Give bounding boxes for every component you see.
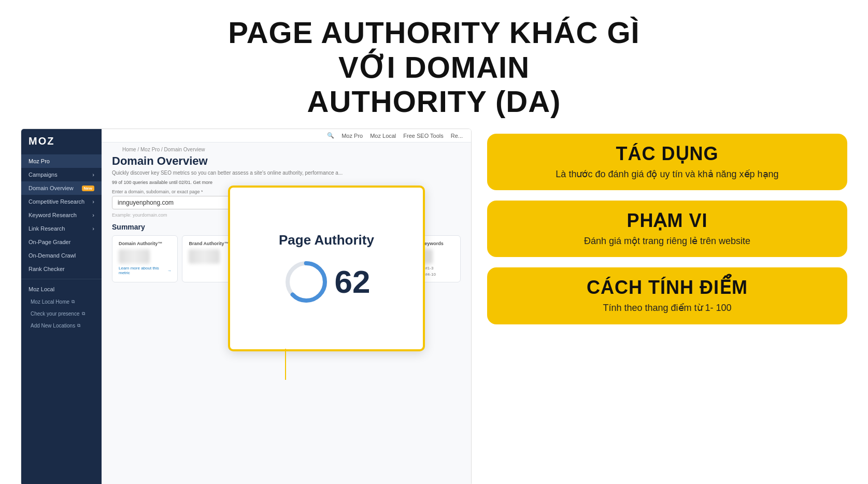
pa-circle-container: 62 bbox=[283, 259, 371, 305]
sidebar-item-mozpro[interactable]: Moz Pro bbox=[21, 154, 102, 168]
card-brand-authority-value bbox=[189, 249, 220, 264]
page-title: PAGE AUTHORITY KHÁC GÌ VỚI DOMAIN AUTHOR… bbox=[201, 16, 667, 119]
pa-overlay-title: Page Authority bbox=[279, 232, 374, 248]
info-card-pham-vi: PHẠM VI Đánh giá một trang riêng lẻ trên… bbox=[487, 201, 847, 257]
moz-logo: MOZ bbox=[21, 135, 102, 154]
info-card-tac-dung-text: Là thước đo đánh giá độ uy tín và khả nă… bbox=[502, 168, 833, 181]
info-card-cach-tinh-diem-text: Tính theo thang điểm từ 1- 100 bbox=[502, 302, 833, 315]
moz-topbar: 🔍 Moz Pro Moz Local Free SEO Tools Re... bbox=[102, 129, 471, 143]
sidebar-sub-moz-local-home[interactable]: Moz Local Home ⧉ bbox=[21, 296, 102, 308]
sidebar-item-campaigns[interactable]: Campaigns › bbox=[21, 168, 102, 181]
sidebar-item-rank-checker[interactable]: Rank Checker bbox=[21, 262, 102, 276]
info-card-tac-dung: TÁC DỤNG Là thước đo đánh giá độ uy tín … bbox=[487, 134, 847, 190]
info-card-tac-dung-title: TÁC DỤNG bbox=[502, 143, 833, 165]
moz-query-info: 99 of 100 queries available until 02/01.… bbox=[112, 180, 461, 185]
info-cards: TÁC DỤNG Là thước đo đánh giá độ uy tín … bbox=[487, 134, 847, 324]
breadcrumb: Home / Moz Pro / Domain Overview bbox=[112, 143, 461, 154]
sidebar-item-ondemand-crawl[interactable]: On-Demand Crawl bbox=[21, 249, 102, 262]
sidebar-item-competitive-research[interactable]: Competitive Research › bbox=[21, 195, 102, 208]
sidebar-sub-add-locations[interactable]: Add New Locations ⧉ bbox=[21, 320, 102, 332]
sidebar-item-keyword-research[interactable]: Keyword Research › bbox=[21, 208, 102, 222]
moz-page-subtitle: Quickly discover key SEO metrics so you … bbox=[112, 170, 461, 176]
card-domain-authority: Domain Authority™ Learn more about this … bbox=[112, 235, 178, 282]
moz-screenshot: C MOZ Moz Pro Campaigns › Domain Overvie… bbox=[21, 129, 472, 484]
info-card-pham-vi-text: Đánh giá một trang riêng lẻ trên website bbox=[502, 235, 833, 248]
card-domain-authority-value bbox=[119, 249, 150, 264]
sidebar-item-moz-local[interactable]: Moz Local bbox=[21, 282, 102, 296]
info-card-cach-tinh-diem-title: CÁCH TÍNH ĐIỂM bbox=[502, 277, 833, 298]
topbar-more[interactable]: Re... bbox=[451, 133, 463, 139]
content-area: C MOZ Moz Pro Campaigns › Domain Overvie… bbox=[0, 129, 868, 484]
pa-value: 62 bbox=[335, 263, 371, 300]
moz-domain-overview-title: Domain Overview bbox=[112, 154, 461, 168]
topbar-mozpro[interactable]: Moz Pro bbox=[341, 133, 363, 139]
sidebar-item-link-research[interactable]: Link Research › bbox=[21, 222, 102, 235]
search-icon[interactable]: 🔍 bbox=[327, 132, 334, 139]
moz-sidebar: MOZ Moz Pro Campaigns › Domain Overview … bbox=[21, 129, 102, 484]
card-domain-authority-title: Domain Authority™ bbox=[119, 241, 171, 246]
pa-overlay-card: Page Authority 62 bbox=[228, 186, 425, 351]
sidebar-item-onpage-grader[interactable]: On-Page Grader bbox=[21, 235, 102, 249]
pa-donut-chart bbox=[283, 259, 330, 305]
info-card-pham-vi-title: PHẠM VI bbox=[502, 210, 833, 232]
sidebar-sub-check-presence[interactable]: Check your presence ⧉ bbox=[21, 308, 102, 320]
card-domain-authority-link[interactable]: Learn more about this metric → bbox=[119, 266, 171, 275]
topbar-mozlocal[interactable]: Moz Local bbox=[370, 133, 396, 139]
info-card-cach-tinh-diem: CÁCH TÍNH ĐIỂM Tính theo thang điểm từ 1… bbox=[487, 267, 847, 324]
nav-divider bbox=[21, 279, 102, 279]
domain-input[interactable] bbox=[112, 196, 247, 209]
connector-line bbox=[285, 349, 286, 380]
sidebar-item-domain-overview[interactable]: Domain Overview New bbox=[21, 181, 102, 195]
topbar-free-seo-tools[interactable]: Free SEO Tools bbox=[403, 133, 443, 139]
